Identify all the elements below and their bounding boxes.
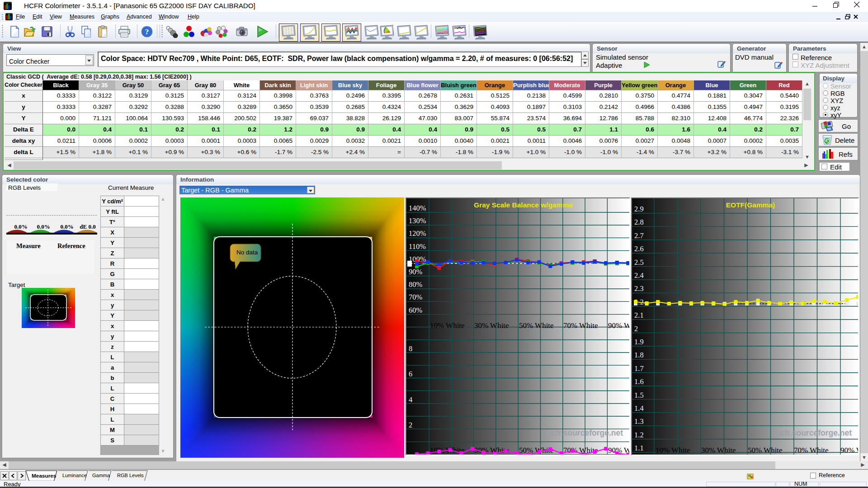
svg-text:2.9: 2.9: [634, 205, 644, 213]
svg-text:130%: 130%: [409, 216, 426, 225]
svg-text:8: 8: [409, 344, 412, 353]
svg-text:4: 4: [409, 395, 412, 404]
svg-text:1.9: 1.9: [634, 338, 644, 346]
svg-text:70% White: 70% White: [563, 321, 598, 330]
svg-text:hcfr.sourceforge.net: hcfr.sourceforge.net: [547, 428, 623, 437]
svg-text:1.1: 1.1: [634, 444, 644, 452]
svg-text:60%: 60%: [409, 306, 423, 314]
svg-text:1.6: 1.6: [634, 377, 644, 386]
svg-text:50% White: 50% White: [748, 446, 783, 455]
svg-text:Gray Scale Balance w/gamma: Gray Scale Balance w/gamma: [474, 201, 573, 209]
svg-text:10% White: 10% White: [656, 446, 690, 455]
svg-text:90%: 90%: [409, 267, 423, 276]
svg-text:50% White: 50% White: [519, 321, 554, 330]
svg-text:EOTF(Gamma): EOTF(Gamma): [726, 201, 775, 209]
svg-text:2.7: 2.7: [634, 231, 644, 240]
svg-text:2.1: 2.1: [634, 311, 644, 319]
svg-text:2.8: 2.8: [634, 218, 644, 226]
svg-text:140%: 140%: [409, 204, 426, 212]
svg-text:90% Wh: 90% Wh: [840, 446, 858, 455]
svg-text:1.2: 1.2: [634, 431, 644, 439]
svg-text:70%: 70%: [409, 293, 423, 301]
svg-text:1.4: 1.4: [634, 404, 644, 413]
svg-text:?: ?: [145, 28, 149, 36]
svg-text:1.8: 1.8: [634, 351, 644, 359]
svg-text:1.3: 1.3: [634, 417, 644, 426]
svg-text:2.3: 2.3: [634, 284, 644, 293]
svg-text:hcfr.sourceforge.net: hcfr.sourceforge.net: [775, 428, 852, 437]
svg-text:2.5: 2.5: [634, 258, 644, 267]
svg-text:70% White: 70% White: [794, 446, 829, 455]
svg-text:2: 2: [634, 324, 638, 333]
svg-text:30% White: 30% White: [474, 321, 509, 330]
svg-text:2.6: 2.6: [634, 244, 644, 253]
svg-text:80%: 80%: [409, 280, 423, 289]
svg-text:30% White: 30% White: [701, 446, 736, 455]
svg-text:120%: 120%: [409, 229, 426, 238]
svg-text:No data: No data: [236, 249, 258, 256]
svg-text:110%: 110%: [409, 242, 426, 251]
svg-text:10% White: 10% White: [430, 321, 465, 330]
svg-text:6: 6: [409, 370, 412, 378]
svg-text:2.4: 2.4: [634, 271, 644, 280]
svg-text:1.5: 1.5: [634, 391, 644, 399]
svg-text:1.7: 1.7: [634, 364, 644, 373]
svg-text:90% Wh: 90% Wh: [608, 321, 629, 330]
svg-text:50% White: 50% White: [519, 446, 554, 455]
svg-text:2: 2: [409, 421, 412, 429]
